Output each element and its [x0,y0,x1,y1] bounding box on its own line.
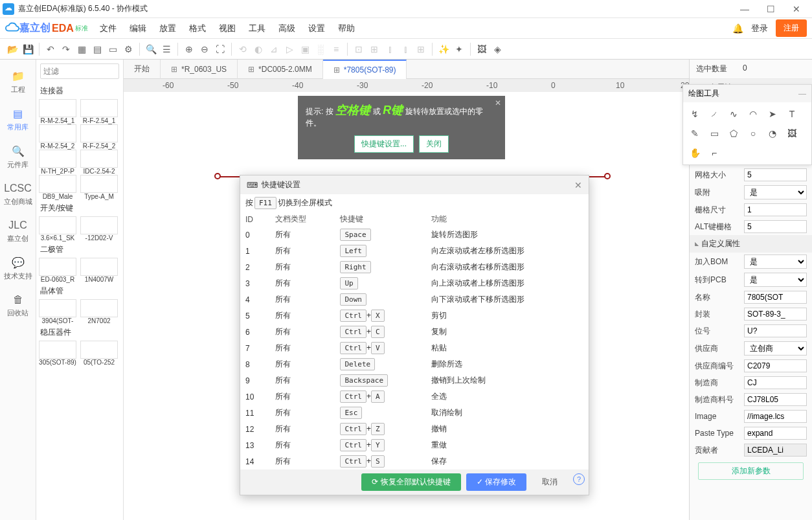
prop-input[interactable] [744,168,807,181]
save-icon[interactable]: 💾 [21,42,35,56]
lib-category[interactable]: 开关/按键 [36,200,123,216]
pencil-icon[interactable]: ✎ [687,126,703,141]
component-thumb[interactable] [80,124,118,142]
menu-编辑[interactable]: 编辑 [123,20,153,37]
lib-category[interactable]: 二极管 [36,242,123,258]
hand-icon[interactable]: ✋ [687,145,703,161]
login-link[interactable]: 登录 [751,23,768,34]
component-thumb[interactable] [80,258,118,276]
prop-input[interactable] [744,410,807,423]
curve-icon[interactable]: ∿ [726,106,741,122]
shortcut-row[interactable]: 6所有Ctrl+C复制 [240,324,589,340]
sidebar-技术支持[interactable]: 💬技术支持 [0,250,36,288]
prop-input[interactable] [744,220,807,233]
lib-category[interactable]: 晶体管 [36,283,123,299]
help-icon[interactable]: ? [573,473,585,485]
settings-icon[interactable]: ⚙ [121,42,135,56]
zigzag-icon[interactable]: ⟋ [706,106,722,122]
shortcut-row[interactable]: 7所有Ctrl+V粘贴 [240,340,589,356]
shortcut-row[interactable]: 2所有Right向右滚动或者右移所选图形 [240,259,589,275]
circle-icon[interactable]: ○ [745,126,761,141]
minimize-button[interactable]: — [732,0,758,18]
shortcut-row[interactable]: 12所有Ctrl+Z撤销 [240,421,589,437]
tab[interactable]: ⊞*DC005-2.0MM [238,60,323,79]
notification-icon[interactable]: 🔔 [732,23,743,34]
menu-工具[interactable]: 工具 [242,20,272,37]
sheet-icon[interactable]: ▭ [106,42,120,56]
prop-input[interactable] [744,291,807,304]
shortcut-row[interactable]: 8所有Delete删除所选 [240,356,589,372]
menu-视图[interactable]: 视图 [212,20,242,37]
magic-icon[interactable]: ✨ [436,42,451,56]
prop-input[interactable] [744,427,807,440]
component-thumb[interactable] [39,299,76,317]
prop-input[interactable] [744,393,807,406]
image-tool-icon[interactable]: 🖼 [784,126,800,141]
component-thumb[interactable] [39,216,76,234]
tab[interactable]: 开始 [124,60,161,79]
prop-select[interactable]: 是 [744,185,807,199]
shortcut-row[interactable]: 13所有Ctrl+Y重做 [240,437,589,453]
menu-放置[interactable]: 放置 [153,20,183,37]
section-custom-props[interactable]: 自定义属性 [690,235,812,253]
prop-select[interactable]: 是 [744,273,807,287]
add-param-button[interactable]: 添加新参数 [698,462,804,480]
lib-category[interactable]: 稳压器件 [36,324,123,341]
prop-input[interactable] [744,376,807,389]
tab[interactable]: ⊞*7805(SOT-89) [323,60,407,79]
image-icon[interactable]: 🖼 [475,42,489,56]
save-changes-button[interactable]: ✓ 保存修改 [466,473,526,491]
shortcut-row[interactable]: 5所有Ctrl+X剪切 [240,308,589,324]
dialog-close-icon[interactable]: ✕ [574,180,582,190]
prop-input[interactable] [744,324,807,337]
tip-shortcuts-button[interactable]: 快捷键设置... [354,135,414,153]
pie-icon[interactable]: ◔ [765,126,780,141]
sidebar-常用库[interactable]: ▤常用库 [0,101,36,139]
shortcut-row[interactable]: 4所有Down向下滚动或者下移所选图形 [240,291,589,308]
component-thumb[interactable] [39,341,76,359]
prop-input[interactable] [744,444,807,457]
net-endpoint[interactable] [214,173,221,179]
prop-select[interactable]: 立创商 [744,341,807,356]
sidebar-回收站[interactable]: 🗑回收站 [0,288,36,324]
component-thumb[interactable] [39,175,76,193]
component-thumb[interactable] [39,99,76,117]
component-thumb[interactable] [80,216,118,234]
component-thumb[interactable] [39,150,76,168]
close-button[interactable]: ✕ [784,0,809,18]
prop-select[interactable]: 是 [744,254,807,269]
sidebar-元件库[interactable]: 🔍元件库 [0,139,36,176]
component-thumb[interactable] [39,258,76,276]
text-icon[interactable]: T [784,106,800,122]
menu-高级[interactable]: 高级 [272,20,302,37]
wand-icon[interactable]: ✦ [452,42,466,56]
polyline-icon[interactable]: ↯ [687,106,703,122]
polygon-icon[interactable]: ⬠ [726,126,741,141]
shortcut-row[interactable]: 11所有Esc取消绘制 [240,405,589,421]
sidebar-嘉立创[interactable]: JLC嘉立创 [0,213,36,250]
zoom-in-icon[interactable]: ⊕ [182,42,196,56]
undo-icon[interactable]: ↶ [43,42,58,56]
component-thumb[interactable] [80,150,118,168]
shortcut-row[interactable]: 3所有Up向上滚动或者上移所选图形 [240,275,589,291]
signup-button[interactable]: 注册 [776,19,807,37]
grid-icon[interactable]: ▦ [74,42,89,56]
open-icon[interactable]: 📂 [5,42,19,56]
fit-icon[interactable]: ⛶ [213,42,227,56]
shortcut-row[interactable]: 0所有Space旋转所选图形 [240,227,589,243]
component-thumb[interactable] [80,299,118,317]
redo-icon[interactable]: ↷ [59,42,73,56]
shortcut-row[interactable]: 1所有Left向左滚动或者左移所选图形 [240,243,589,259]
filter-input[interactable] [40,63,119,79]
component-thumb[interactable] [80,175,118,193]
menu-设置[interactable]: 设置 [302,20,332,37]
rect-icon[interactable]: ▭ [706,126,722,141]
shortcut-row[interactable]: 10所有Ctrl+A全选 [240,389,589,405]
tip-close-button[interactable]: 关闭 [419,135,449,153]
component-thumb[interactable] [39,124,76,142]
minimize-icon[interactable]: — [798,89,806,98]
prop-input[interactable] [744,203,807,216]
sidebar-工程[interactable]: 📁工程 [0,63,36,101]
arc-icon[interactable]: ◠ [745,106,761,122]
zoom-out-icon[interactable]: ⊖ [197,42,212,56]
